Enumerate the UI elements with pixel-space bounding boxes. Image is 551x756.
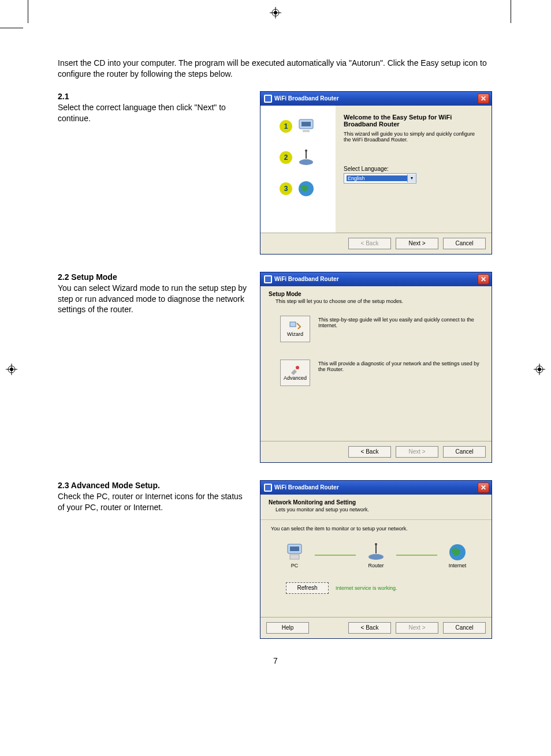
close-button[interactable]: ✕ — [478, 93, 489, 104]
next-button[interactable]: Next > — [396, 446, 438, 458]
svg-point-33 — [375, 543, 377, 545]
sec1-body: Select the correct language then click "… — [58, 103, 226, 123]
page-number: 7 — [58, 656, 493, 665]
wizard-icon — [289, 321, 301, 331]
advanced-desc: This will provide a diagnostic of your n… — [318, 360, 483, 372]
tools-icon — [289, 365, 301, 375]
svg-rect-30 — [290, 555, 299, 559]
device-pc[interactable]: PC — [274, 542, 315, 568]
svg-rect-21 — [306, 151, 307, 159]
next-button[interactable]: Next > — [396, 238, 438, 249]
network-heading: Network Monitoring and Setting — [269, 499, 483, 506]
close-button[interactable]: ✕ — [478, 482, 489, 493]
welcome-title: Welcome to the Easy Setup for WiFi Broad… — [344, 114, 483, 128]
sec3-heading: 2.3 Advanced Mode Setup. — [58, 481, 160, 490]
advanced-mode-button[interactable]: Advanced — [280, 360, 310, 386]
cancel-button[interactable]: Cancel — [443, 622, 486, 634]
setup-mode-sub: This step will let you to choose one of … — [276, 298, 483, 304]
router-icon — [366, 542, 386, 563]
window-title: WiFi Broadband Router — [274, 484, 339, 491]
next-button[interactable]: Next > — [396, 622, 438, 634]
separator — [260, 519, 492, 520]
app-icon — [264, 484, 272, 492]
close-icon: ✕ — [481, 95, 486, 103]
help-button[interactable]: Help — [266, 622, 309, 634]
step-1-badge: 1 — [280, 120, 292, 133]
pc-label: PC — [291, 563, 299, 568]
svg-rect-18 — [301, 122, 311, 126]
window-title: WiFi Broadband Router — [274, 276, 339, 282]
step-2-badge: 2 — [280, 151, 292, 164]
dialog-setup-mode: WiFi Broadband Router ✕ Setup Mode This … — [260, 272, 492, 463]
network-instr: You can select the item to monitor or to… — [271, 526, 483, 532]
window-title: WiFi Broadband Router — [274, 95, 339, 102]
connection-line — [315, 555, 356, 556]
pc-icon — [296, 116, 317, 137]
svg-rect-29 — [290, 547, 299, 551]
close-button[interactable]: ✕ — [478, 274, 489, 285]
back-button[interactable]: < Back — [348, 238, 391, 249]
svg-rect-25 — [290, 322, 296, 327]
app-icon — [264, 275, 272, 283]
router-label: Router — [368, 563, 384, 568]
titlebar: WiFi Broadband Router ✕ — [260, 272, 492, 286]
svg-point-20 — [299, 159, 313, 165]
titlebar: WiFi Broadband Router ✕ — [260, 481, 492, 495]
sec2-heading: 2.2 Setup Mode — [58, 272, 117, 282]
close-icon: ✕ — [481, 275, 486, 283]
globe-icon — [296, 178, 317, 199]
connection-line — [396, 555, 437, 556]
app-icon — [264, 95, 272, 103]
wizard-steps-panel: 1 2 3 — [260, 106, 336, 233]
internet-label: Internet — [449, 563, 467, 568]
sec3-body: Check the PC, router or Internet icons f… — [58, 492, 243, 512]
language-value: English — [347, 175, 407, 181]
svg-rect-27 — [265, 485, 271, 491]
globe-icon — [447, 542, 468, 563]
svg-point-31 — [368, 554, 384, 560]
wizard-mode-button[interactable]: Wizard — [280, 316, 310, 342]
device-router[interactable]: Router — [356, 542, 396, 568]
svg-rect-32 — [375, 544, 377, 553]
svg-point-26 — [296, 366, 299, 369]
language-select[interactable]: English ▾ — [344, 173, 416, 184]
close-icon: ✕ — [481, 484, 486, 492]
back-button[interactable]: < Back — [348, 622, 391, 634]
cancel-button[interactable]: Cancel — [443, 446, 486, 458]
wizard-label: Wizard — [287, 331, 303, 337]
back-button[interactable]: < Back — [348, 446, 391, 458]
network-sub: Lets you monitor and setup you network. — [276, 507, 483, 512]
pc-icon — [284, 542, 305, 563]
dialog-language: WiFi Broadband Router ✕ 1 2 — [260, 91, 492, 255]
language-label: Select Language: — [344, 166, 483, 172]
titlebar: WiFi Broadband Router ✕ — [260, 92, 492, 106]
step-3-badge: 3 — [280, 182, 292, 195]
svg-rect-24 — [265, 276, 271, 282]
chevron-down-icon: ▾ — [407, 174, 416, 182]
setup-mode-heading: Setup Mode — [269, 291, 483, 297]
sec2-body: You can select Wizard mode to run the se… — [58, 283, 247, 315]
welcome-desc: This wizard will guide you to simply and… — [344, 131, 483, 143]
svg-point-22 — [305, 149, 307, 152]
wizard-desc: This step-by-step guide will let you eas… — [318, 316, 483, 328]
advanced-label: Advanced — [284, 375, 307, 381]
status-text: Internet service is working. — [336, 585, 397, 591]
dialog-network-monitoring: WiFi Broadband Router ✕ Network Monitori… — [260, 480, 492, 639]
router-icon — [296, 147, 317, 168]
cancel-button[interactable]: Cancel — [443, 238, 486, 249]
device-internet[interactable]: Internet — [437, 542, 478, 568]
sec1-heading: 2.1 — [58, 92, 69, 101]
svg-rect-16 — [265, 96, 271, 102]
intro-paragraph: Insert the CD into your computer. The pr… — [58, 58, 493, 80]
refresh-button[interactable]: Refresh — [286, 582, 329, 594]
svg-rect-19 — [303, 130, 310, 132]
